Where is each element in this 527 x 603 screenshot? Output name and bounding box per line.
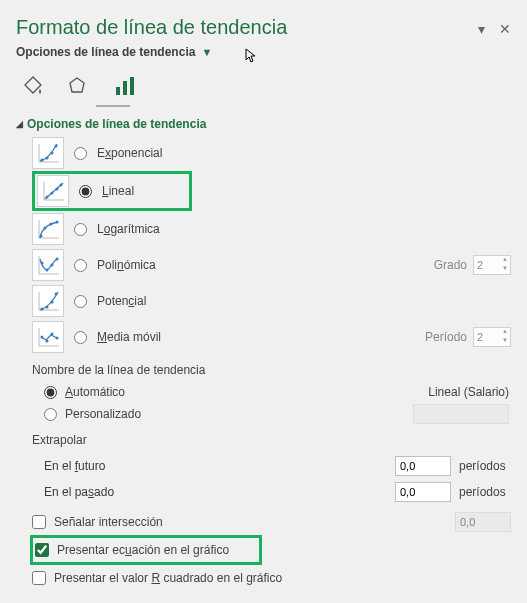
svg-marker-0 <box>70 78 84 92</box>
chevron-down-icon: ▼ <box>201 46 212 58</box>
collapse-icon[interactable]: ◢ <box>16 119 23 129</box>
close-icon[interactable]: ✕ <box>499 22 511 36</box>
backward-input[interactable] <box>395 482 451 502</box>
polynomial-radio[interactable] <box>74 259 87 272</box>
show-r2-checkbox[interactable] <box>32 571 46 585</box>
svg-rect-11 <box>39 177 67 205</box>
degree-label: Grado <box>434 258 467 272</box>
show-equation-label: Presentar ecuación en el gráfico <box>57 543 229 557</box>
forward-unit: períodos <box>459 459 511 473</box>
power-label: Potencial <box>97 294 146 308</box>
exponential-radio[interactable] <box>74 147 87 160</box>
show-equation-checkbox[interactable] <box>35 543 49 557</box>
moving-avg-label: Media móvil <box>97 330 161 344</box>
svg-rect-1 <box>116 87 120 95</box>
auto-name-radio[interactable] <box>44 386 57 399</box>
task-pane-options-icon[interactable]: ▾ <box>478 22 485 36</box>
degree-spinner[interactable]: 2▲▼ <box>473 255 511 275</box>
section-title: Opciones de línea de tendencia <box>27 117 206 131</box>
intercept-value-input <box>455 512 511 532</box>
show-r2-label: Presentar el valor R cuadrado en el gráf… <box>54 571 282 585</box>
set-intercept-label: Señalar intersección <box>54 515 163 529</box>
linear-label: Lineal <box>102 184 134 198</box>
auto-name-value: Lineal (Salario) <box>428 385 509 399</box>
svg-rect-33 <box>34 287 62 315</box>
active-tab-indicator <box>96 105 130 107</box>
exponential-label: Exponencial <box>97 146 162 160</box>
pane-title: Formato de línea de tendencia <box>16 16 478 39</box>
exponential-thumb-icon <box>32 137 64 169</box>
svg-rect-3 <box>130 77 134 95</box>
forward-input[interactable] <box>395 456 451 476</box>
moving-avg-thumb-icon <box>32 321 64 353</box>
set-intercept-checkbox[interactable] <box>32 515 46 529</box>
object-selector-label: Opciones de línea de tendencia <box>16 45 195 59</box>
logarithmic-radio[interactable] <box>74 223 87 236</box>
forward-label: En el futuro <box>44 459 395 473</box>
svg-rect-19 <box>34 215 62 243</box>
svg-rect-2 <box>123 81 127 95</box>
trendline-name-heading: Nombre de la línea de tendencia <box>32 363 511 377</box>
backward-unit: períodos <box>459 485 511 499</box>
custom-name-label: Personalizado <box>65 407 141 421</box>
fill-tab-icon[interactable] <box>20 73 46 99</box>
moving-avg-radio[interactable] <box>74 331 87 344</box>
backward-label: En el pasado <box>44 485 395 499</box>
period-label: Período <box>425 330 467 344</box>
polynomial-label: Polinómica <box>97 258 156 272</box>
power-thumb-icon <box>32 285 64 317</box>
trendline-options-tab-icon[interactable] <box>108 73 142 99</box>
effects-tab-icon[interactable] <box>64 73 90 99</box>
linear-thumb-icon <box>37 175 69 207</box>
extrapolate-heading: Extrapolar <box>32 433 511 447</box>
auto-name-label: Automático <box>65 385 125 399</box>
polynomial-thumb-icon <box>32 249 64 281</box>
custom-name-radio[interactable] <box>44 408 57 421</box>
object-selector[interactable]: Opciones de línea de tendencia ▼ <box>16 45 511 59</box>
svg-rect-4 <box>34 139 62 167</box>
logarithmic-label: Logarítmica <box>97 222 160 236</box>
power-radio[interactable] <box>74 295 87 308</box>
linear-radio[interactable] <box>79 185 92 198</box>
period-spinner[interactable]: 2▲▼ <box>473 327 511 347</box>
logarithmic-thumb-icon <box>32 213 64 245</box>
custom-name-input[interactable] <box>413 404 509 424</box>
svg-rect-26 <box>34 251 62 279</box>
